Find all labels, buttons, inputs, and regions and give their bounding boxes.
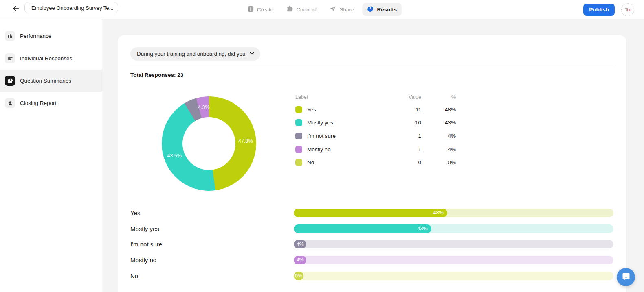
person-icon [5,98,15,108]
legend-header-percent: % [421,94,456,100]
bar-category-label: Mostly yes [130,225,294,232]
legend-swatch [295,159,302,166]
question-dropdown[interactable]: During your training and onboarding, did… [130,47,260,61]
legend-row: Yes1148% [295,103,456,116]
legend-header-value: Value [393,94,421,100]
legend-value: 11 [393,107,421,113]
legend-percent: 43% [421,120,456,126]
bar-track: 4% [294,256,613,264]
tab-results[interactable]: Results [363,3,402,16]
bar-chart-icon [5,31,15,41]
topbar-tabs: Create Connect Share Results [242,0,402,19]
legend-percent: 0% [421,159,456,166]
avatar[interactable]: T▷ [621,3,634,16]
legend-category-label: No [307,159,314,166]
bar-fill: 0% [294,272,303,280]
legend-header-label: Label [295,94,393,100]
rows-icon [5,53,15,63]
results-card: During your training and onboarding, did… [118,35,626,292]
paper-plane-icon [330,6,336,13]
puzzle-icon [286,6,293,13]
bar-track: 43% [294,224,613,233]
sidebar-item-individual-responses[interactable]: Individual Responses [0,47,102,70]
bar-track: 0% [294,272,613,280]
tab-create-label: Create [257,7,274,13]
sidebar: Performance Individual Responses Questio… [0,19,102,292]
chevron-down-icon [249,50,255,58]
legend-value: 1 [393,146,421,153]
tab-results-label: Results [377,7,397,13]
legend-row: Mostly yes1043% [295,116,456,130]
bar-category-label: Yes [130,209,294,216]
bar-row: Mostly no4% [130,252,613,268]
sidebar-item-performance[interactable]: Performance [0,25,102,47]
bar-category-label: Mostly no [130,257,294,264]
back-button[interactable] [10,3,22,15]
legend-category-label: Yes [307,107,316,113]
legend-swatch [295,133,302,139]
chat-widget-button[interactable] [617,268,635,286]
legend-row: No00% [295,156,456,169]
tab-share[interactable]: Share [325,3,359,16]
tab-create[interactable]: Create [242,3,279,16]
total-responses: Total Responses: 23 [130,72,183,78]
bar-row: I'm not sure4% [130,236,613,252]
legend-percent: 48% [421,107,456,113]
tab-connect-label: Connect [296,7,317,13]
percentage-bars: Yes48%Mostly yes43%I'm not sure4%Mostly … [130,205,613,283]
bar-row: Mostly yes43% [130,221,613,237]
back-arrow-icon [12,5,20,14]
legend-swatch [295,146,302,153]
bar-category-label: I'm not sure [130,241,294,248]
legend-swatch [295,106,302,113]
bar-track: 48% [294,209,613,217]
donut-slice-label: 47.8% [238,138,253,144]
divider [130,65,613,65]
sidebar-item-label: Closing Report [20,100,56,106]
bar-fill: 48% [294,209,447,217]
donut-hole [182,117,235,170]
bar-fill: 43% [294,224,431,233]
legend-row: Mostly no14% [295,143,456,156]
legend-percent: 4% [421,146,456,153]
avatar-logo-icon: ▷ [627,7,631,12]
topbar: Employee Onboarding Survey Te... Create … [0,0,644,19]
bar-track: 4% [294,240,613,248]
legend-row: I'm not sure14% [295,129,456,143]
question-dropdown-label: During your training and onboarding, did… [137,51,245,57]
plus-icon [247,6,254,13]
legend-category-label: I'm not sure [307,133,336,139]
donut-chart: 47.8%43.5%4.3% [162,96,256,191]
bar-fill: 4% [294,240,306,248]
form-title-text: Employee Onboarding Survey Te... [31,5,113,11]
donut-slice-label: 4.3% [198,105,210,110]
legend-value: 1 [393,133,421,139]
tab-share-label: Share [340,7,354,13]
bar-category-label: No [130,272,294,279]
tab-connect[interactable]: Connect [281,3,321,16]
legend-swatch [295,119,302,126]
publish-button[interactable]: Publish [583,4,615,16]
donut-slice-label: 43.5% [167,153,181,159]
bar-fill: 4% [294,256,306,264]
form-title[interactable]: Employee Onboarding Survey Te... [24,2,118,13]
bar-row: No0% [130,268,613,284]
main-area: During your training and onboarding, did… [102,19,644,292]
legend-table: Label Value % Yes1148%Mostly yes1043%I'm… [295,92,456,169]
chat-bubble-icon [622,272,631,283]
pie-chart-icon [5,76,15,86]
legend-header: Label Value % [295,92,456,103]
bar-row: Yes48% [130,205,613,221]
sidebar-item-closing-report[interactable]: Closing Report [0,92,102,114]
legend-value: 10 [393,120,421,126]
sidebar-item-question-summaries[interactable]: Question Summaries [0,70,102,92]
pie-icon [367,6,374,13]
legend-category-label: Mostly no [307,146,331,153]
legend-percent: 4% [421,133,456,139]
sidebar-item-label: Performance [20,33,51,39]
sidebar-item-label: Individual Responses [20,55,72,61]
sidebar-item-label: Question Summaries [20,78,71,84]
legend-value: 0 [393,159,421,166]
legend-category-label: Mostly yes [307,120,333,126]
